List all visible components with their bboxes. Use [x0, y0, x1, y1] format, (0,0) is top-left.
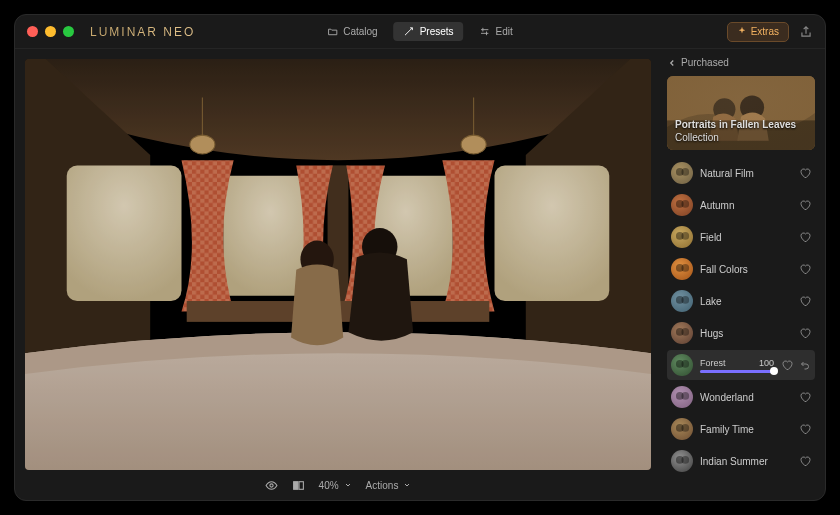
tab-edit[interactable]: Edit — [470, 22, 523, 41]
heart-icon[interactable] — [799, 295, 811, 307]
preset-item[interactable]: Forest 100 — [667, 350, 815, 380]
preset-thumb — [671, 162, 693, 184]
preset-item[interactable]: Lake — [667, 286, 815, 316]
collection-card[interactable]: Portraits in Fallen Leaves Collection — [667, 76, 815, 150]
preset-label: Hugs — [700, 328, 792, 339]
zoom-dropdown[interactable]: 40% — [319, 480, 352, 491]
chevron-down-icon — [344, 481, 352, 489]
chevron-left-icon — [667, 58, 677, 68]
preset-label: Fall Colors — [700, 264, 792, 275]
preset-thumb — [671, 354, 693, 376]
collection-subtitle: Collection — [675, 132, 796, 145]
preset-thumb — [671, 290, 693, 312]
presets-sidebar: Purchased Portraits in Fallen Leaves Col… — [659, 49, 825, 500]
preset-slider[interactable] — [700, 370, 774, 373]
collection-title-block: Portraits in Fallen Leaves Collection — [675, 119, 796, 144]
wand-icon — [404, 26, 415, 37]
preset-item[interactable]: Wonderland — [667, 382, 815, 412]
preset-thumb — [671, 386, 693, 408]
preset-item[interactable]: Field — [667, 222, 815, 252]
actions-label: Actions — [366, 480, 399, 491]
preset-thumb — [671, 194, 693, 216]
svg-point-41 — [681, 296, 689, 304]
tab-presets[interactable]: Presets — [394, 22, 464, 41]
heart-icon[interactable] — [799, 167, 811, 179]
fullscreen-window-button[interactable] — [63, 26, 74, 37]
zoom-value: 40% — [319, 480, 339, 491]
preset-value: 100 — [759, 358, 774, 368]
folder-icon — [327, 26, 338, 37]
preview-toggle[interactable] — [265, 479, 278, 492]
preset-label: Indian Summer — [700, 456, 792, 467]
eye-icon — [265, 479, 278, 492]
preset-label: Field — [700, 232, 792, 243]
heart-icon[interactable] — [799, 327, 811, 339]
share-icon[interactable] — [799, 25, 813, 39]
preset-label: Forest — [700, 358, 726, 368]
compare-toggle[interactable] — [292, 479, 305, 492]
heart-icon[interactable] — [799, 391, 811, 403]
svg-point-29 — [681, 168, 689, 176]
preset-thumb — [671, 450, 693, 472]
sidebar-back[interactable]: Purchased — [667, 57, 815, 68]
tab-edit-label: Edit — [496, 26, 513, 37]
tab-catalog[interactable]: Catalog — [317, 22, 387, 41]
heart-icon[interactable] — [799, 231, 811, 243]
svg-rect-18 — [25, 59, 651, 470]
heart-icon[interactable] — [799, 199, 811, 211]
svg-point-35 — [681, 232, 689, 240]
minimize-window-button[interactable] — [45, 26, 56, 37]
tab-presets-label: Presets — [420, 26, 454, 37]
window-controls — [27, 26, 74, 37]
app-window: LUMINAR NEO Catalog Presets Edit — [14, 14, 826, 501]
preset-thumb — [671, 418, 693, 440]
close-window-button[interactable] — [27, 26, 38, 37]
preset-thumb — [671, 226, 693, 248]
preset-thumb — [671, 322, 693, 344]
heart-icon[interactable] — [799, 423, 811, 435]
sidebar-back-label: Purchased — [681, 57, 729, 68]
sparkle-icon — [737, 26, 747, 38]
extras-label: Extras — [751, 26, 779, 37]
preset-label: Wonderland — [700, 392, 792, 403]
undo-icon[interactable] — [799, 359, 811, 371]
preset-item[interactable]: Family Time — [667, 414, 815, 444]
preset-item[interactable]: Autumn — [667, 190, 815, 220]
titlebar: LUMINAR NEO Catalog Presets Edit — [15, 15, 825, 49]
svg-point-50 — [681, 392, 689, 400]
actions-dropdown[interactable]: Actions — [366, 480, 412, 491]
preset-thumb — [671, 258, 693, 280]
extras-button[interactable]: Extras — [727, 22, 789, 42]
canvas-area: 40% Actions — [15, 49, 659, 500]
tab-catalog-label: Catalog — [343, 26, 377, 37]
svg-point-32 — [681, 200, 689, 208]
heart-icon[interactable] — [799, 263, 811, 275]
svg-point-56 — [681, 456, 689, 464]
preset-label: Lake — [700, 296, 792, 307]
preset-item[interactable]: Fall Colors — [667, 254, 815, 284]
split-view-icon — [292, 479, 305, 492]
preset-label: Autumn — [700, 200, 792, 211]
heart-icon[interactable] — [781, 359, 793, 371]
main-photo[interactable] — [25, 59, 651, 470]
collection-title: Portraits in Fallen Leaves — [675, 119, 796, 132]
svg-point-19 — [269, 483, 272, 486]
preset-list: Natural Film Autumn Field Fall Colors La… — [667, 158, 815, 476]
heart-icon[interactable] — [799, 455, 811, 467]
canvas-toolbar: 40% Actions — [25, 470, 651, 500]
sliders-icon — [480, 26, 491, 37]
svg-point-38 — [681, 264, 689, 272]
nav-tabs: Catalog Presets Edit — [317, 22, 523, 41]
preset-label: Family Time — [700, 424, 792, 435]
preset-item[interactable]: Natural Film — [667, 158, 815, 188]
svg-point-44 — [681, 328, 689, 336]
chevron-down-icon — [403, 481, 411, 489]
preset-item[interactable]: Indian Summer — [667, 446, 815, 476]
preset-label: Natural Film — [700, 168, 792, 179]
preset-item[interactable]: Hugs — [667, 318, 815, 348]
svg-rect-20 — [293, 481, 297, 489]
app-logo: LUMINAR NEO — [90, 25, 195, 39]
svg-point-47 — [681, 360, 689, 368]
svg-rect-21 — [299, 481, 303, 489]
svg-point-53 — [681, 424, 689, 432]
